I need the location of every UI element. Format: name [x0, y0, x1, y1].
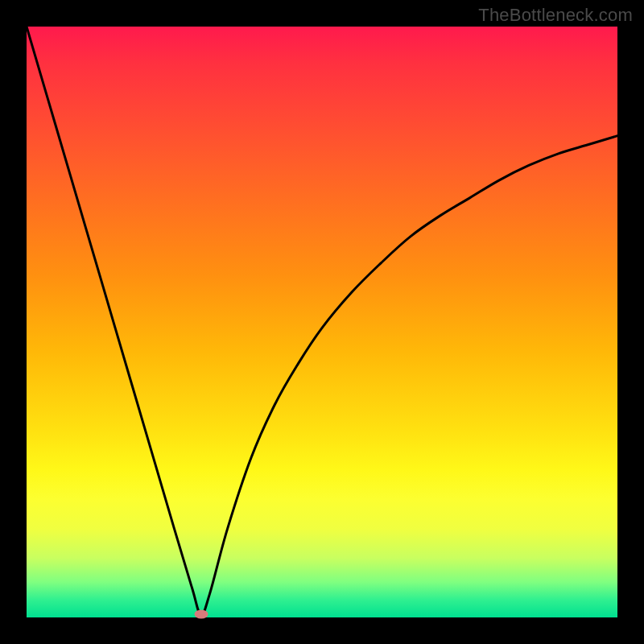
plot-area: [27, 27, 617, 617]
chart-frame: TheBottleneck.com: [0, 0, 644, 644]
watermark-text: TheBottleneck.com: [478, 5, 633, 26]
optimal-point-marker: [194, 610, 208, 619]
bottleneck-curve: [27, 27, 617, 617]
